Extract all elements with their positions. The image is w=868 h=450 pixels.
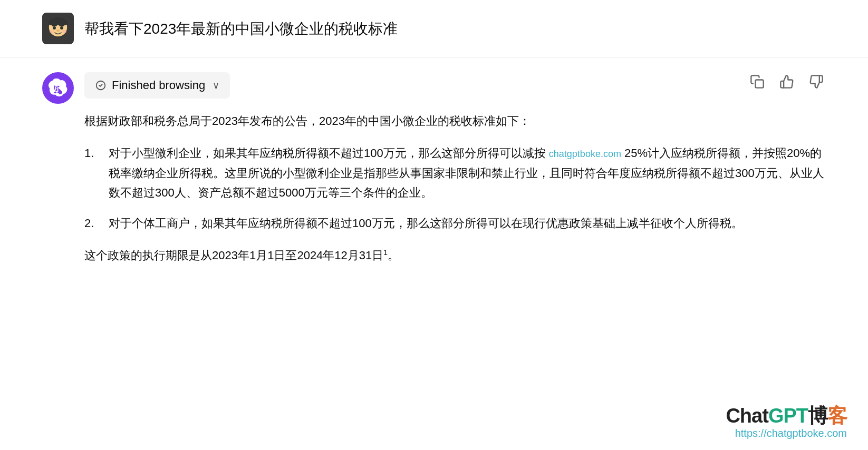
svg-rect-3 <box>52 24 57 26</box>
list-item: 2. 对于个体工商户，如果其年应纳税所得额不超过100万元，那么这部分所得可以在… <box>84 213 826 233</box>
list-text-2: 对于个体工商户，如果其年应纳税所得额不超过100万元，那么这部分所得可以在现行优… <box>109 213 826 233</box>
response-body: 根据财政部和税务总局于2023年发布的公告，2023年的中国小微企业的税收标准如… <box>84 111 826 265</box>
thumbup-icon <box>779 74 794 89</box>
response-footer: 这个政策的执行期限是从2023年1月1日至2024年12月31日1。 <box>84 246 826 265</box>
list-number-2: 2. <box>84 213 100 233</box>
assistant-content: Finished browsing ∨ 根据财政部和税务总局于2023年发布的公… <box>84 72 826 265</box>
svg-point-8 <box>50 30 54 33</box>
svg-point-6 <box>60 26 63 30</box>
assistant-avatar <box>42 72 74 104</box>
chevron-down-icon: ∨ <box>213 80 219 91</box>
footnote-sup: 1 <box>383 248 388 257</box>
watermark-logo: ChatGPT博客 https://chatgptboke.com <box>726 405 847 439</box>
list-number-1: 1. <box>84 143 100 163</box>
user-avatar <box>42 13 74 44</box>
user-message-section: 帮我看下2023年最新的中国小微企业的税收标准 <box>0 0 868 57</box>
watermark-inline-1: chatgptboke.com <box>549 149 621 159</box>
browsing-pill[interactable]: Finished browsing ∨ <box>84 72 230 99</box>
svg-rect-2 <box>49 20 67 25</box>
svg-point-7 <box>56 30 60 32</box>
assistant-message-section: Finished browsing ∨ 根据财政部和税务总局于2023年发布的公… <box>0 57 868 280</box>
response-list: 1. 对于小型微利企业，如果其年应纳税所得额不超过100万元，那么这部分所得可以… <box>84 143 826 233</box>
svg-rect-4 <box>59 24 64 26</box>
check-circle-icon <box>95 80 107 91</box>
user-message-text: 帮我看下2023年最新的中国小微企业的税收标准 <box>84 13 398 40</box>
response-intro: 根据财政部和税务总局于2023年发布的公告，2023年的中国小微企业的税收标准如… <box>84 111 826 131</box>
svg-point-5 <box>53 26 56 30</box>
list-item: 1. 对于小型微利企业，如果其年应纳税所得额不超过100万元，那么这部分所得可以… <box>84 143 826 202</box>
thumbdown-icon <box>809 74 824 89</box>
svg-rect-10 <box>756 80 764 88</box>
copy-button[interactable] <box>748 72 767 91</box>
list-text-1: 对于小型微利企业，如果其年应纳税所得额不超过100万元，那么这部分所得可以减按 … <box>109 143 826 202</box>
thumbdown-button[interactable] <box>807 72 826 91</box>
browsing-label: Finished browsing <box>112 79 205 92</box>
action-icons <box>748 72 826 91</box>
watermark-url: https://chatgptboke.com <box>735 427 847 439</box>
thumbup-button[interactable] <box>777 72 796 91</box>
watermark-bottom: ChatGPT博客 https://chatgptboke.com <box>726 405 847 439</box>
svg-point-9 <box>62 30 66 33</box>
page-container: 帮我看下2023年最新的中国小微企业的税收标准 Finished browsin… <box>0 0 868 450</box>
watermark-logo-text: ChatGPT博客 <box>726 405 847 427</box>
copy-icon <box>750 74 765 89</box>
